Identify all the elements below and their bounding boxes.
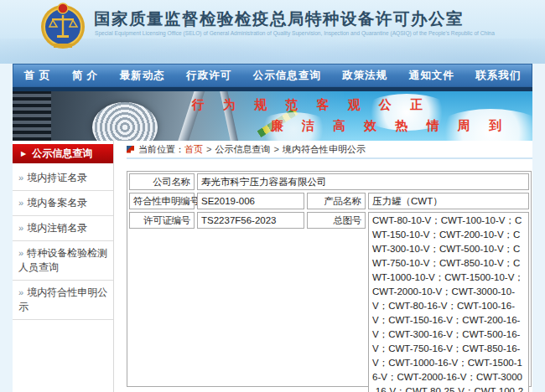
sidebar-header-label: 公示信息查询 xyxy=(32,147,92,161)
nav-item-notices[interactable]: 通知文件 xyxy=(409,69,454,83)
breadcrumb-link-public-info-query[interactable]: 公示信息查询 xyxy=(215,143,270,156)
declaration-number-value: SE2019-006 xyxy=(197,193,304,209)
general-drawing-number-label: 总图号 xyxy=(307,212,366,229)
main-area: ▶ 公示信息查询 »境内持证名录 »境内备案名录 »境内注销名录 »特种设备检验… xyxy=(13,141,532,392)
slogan-line-2: 廉 洁 高 效 热 情 周 到 xyxy=(271,118,509,134)
location-icon xyxy=(127,146,134,153)
sidebar-item-inspector-query[interactable]: »特种设备检验检测人员查询 xyxy=(13,241,113,281)
double-arrow-icon: » xyxy=(18,287,23,297)
nav-item-home[interactable]: 首 页 xyxy=(24,69,50,83)
site-title: 国家质量监督检验检疫总局特种设备许可办公室 xyxy=(94,8,464,30)
nav-item-contact[interactable]: 联系我们 xyxy=(475,69,521,83)
site-header: 国家质量监督检验检疫总局特种设备许可办公室 Special Equipment … xyxy=(0,0,545,64)
sidebar-item-label: 境内注销名录 xyxy=(27,222,87,234)
double-arrow-icon: » xyxy=(18,223,23,233)
breadcrumb-prefix: 当前位置： xyxy=(138,143,184,156)
nav-item-licensing[interactable]: 行政许可 xyxy=(186,69,231,83)
sidebar-item-label: 境内持证名录 xyxy=(27,172,87,183)
conformity-declaration-table: 公司名称 寿光市科宁压力容器有限公司 符合性申明编号 SE2019-006 产品… xyxy=(127,171,532,387)
product-name-value: 压力罐（CWT） xyxy=(368,193,529,209)
company-name-label: 公司名称 xyxy=(129,173,195,190)
sidebar-item-label: 境内备案名录 xyxy=(27,197,87,209)
nav-item-news[interactable]: 最新动态 xyxy=(120,69,165,83)
sidebar-menu: »境内持证名录 »境内备案名录 »境内注销名录 »特种设备检验检测人员查询 »境… xyxy=(13,166,113,320)
breadcrumb-link-home[interactable]: 首页 xyxy=(184,143,203,156)
double-arrow-icon: » xyxy=(18,248,23,258)
sidebar-item-conformity-declaration[interactable]: »境内符合性申明公示 xyxy=(13,281,113,320)
sidebar-item-label: 境内符合性申明公示 xyxy=(18,286,107,312)
site-subtitle-english: Special Equipment Licensing Office (SELO… xyxy=(95,30,495,36)
sidebar-header-public-info-query[interactable]: ▶ 公示信息查询 xyxy=(13,144,113,163)
declaration-number-label: 符合性申明编号 xyxy=(129,193,195,209)
double-arrow-icon: » xyxy=(18,198,23,208)
sidebar-item-domestic-license-list[interactable]: »境内持证名录 xyxy=(13,166,113,191)
selo-emblem-logo xyxy=(39,2,87,50)
nav-item-public-info-query[interactable]: 公示信息查询 xyxy=(253,69,321,83)
main-nav: 首 页 简 介 最新动态 行政许可 公示信息查询 政策法规 通知文件 联系我们 xyxy=(13,64,532,87)
industrial-tower-decor xyxy=(13,91,51,141)
license-number-label: 许可证编号 xyxy=(129,212,195,229)
double-arrow-icon: » xyxy=(18,173,23,183)
sidebar-item-domestic-cancel-list[interactable]: »境内注销名录 xyxy=(13,216,113,241)
company-name-value: 寿光市科宁压力容器有限公司 xyxy=(197,173,529,190)
breadcrumb-separator: > xyxy=(273,144,278,154)
nav-item-intro[interactable]: 简 介 xyxy=(72,69,98,83)
triangle-bullet-icon: ▶ xyxy=(21,150,26,157)
banner-top-strip xyxy=(13,87,532,91)
product-name-label: 产品名称 xyxy=(307,193,366,209)
breadcrumb: 当前位置： 首页 > 公示信息查询 > 境内符合性申明公示 xyxy=(127,141,532,159)
breadcrumb-separator: > xyxy=(206,144,211,154)
slogan-line-1: 行 为 规 范 客 观 公 正 xyxy=(192,97,430,113)
page: 国家质量监督检验检疫总局特种设备许可办公室 Special Equipment … xyxy=(0,0,545,392)
breadcrumb-current-page: 境内符合性申明公示 xyxy=(283,143,366,156)
sidebar-item-label: 特种设备检验检测人员查询 xyxy=(18,247,107,273)
content-area: 当前位置： 首页 > 公示信息查询 > 境内符合性申明公示 公司名称 寿光市科宁… xyxy=(114,141,532,392)
license-number-value: TS2237F56-2023 xyxy=(197,212,304,229)
sidebar: ▶ 公示信息查询 »境内持证名录 »境内备案名录 »境内注销名录 »特种设备检验… xyxy=(13,141,114,392)
nav-item-policies[interactable]: 政策法规 xyxy=(342,69,387,83)
slogan-banner: 行 为 规 范 客 观 公 正 廉 洁 高 效 热 情 周 到 xyxy=(13,87,532,141)
sidebar-item-domestic-record-list[interactable]: »境内备案名录 xyxy=(13,191,113,216)
general-drawing-number-value: CWT-80-10-V；CWT-100-10-V；CWT-150-10-V；CW… xyxy=(368,212,529,392)
